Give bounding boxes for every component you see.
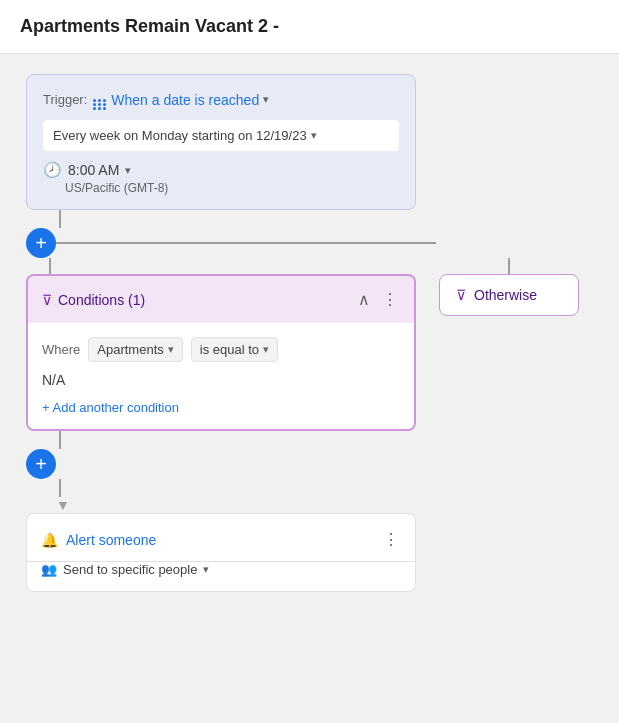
time-value: 8:00 AM <box>68 162 119 178</box>
conditions-actions: ∧ ⋮ <box>356 288 400 311</box>
conditions-title: ⊽ Conditions (1) <box>42 292 145 308</box>
alert-more-button[interactable]: ⋮ <box>381 528 401 551</box>
collapse-conditions-button[interactable]: ∧ <box>356 288 372 311</box>
right-branch: ⊽ Otherwise <box>439 258 579 316</box>
time-dropdown-arrow[interactable] <box>125 164 131 177</box>
recipient-label: Send to specific people <box>63 562 197 577</box>
connector-line-2 <box>49 258 51 274</box>
otherwise-label: Otherwise <box>474 287 537 303</box>
more-dots-icon: ⋮ <box>382 290 398 309</box>
alert-body: 👥 Send to specific people <box>27 562 415 591</box>
operator-chevron-icon[interactable] <box>263 343 269 356</box>
connector-line-3 <box>59 431 61 449</box>
left-branch: ⊽ Conditions (1) ∧ ⋮ Where <box>26 258 416 431</box>
conditions-card: ⊽ Conditions (1) ∧ ⋮ Where <box>26 274 416 431</box>
plus-button-row-2: + <box>26 449 603 479</box>
filter-icon: ⊽ <box>42 292 52 308</box>
field-label: Apartments <box>97 342 163 357</box>
conditions-body: Where Apartments is equal to N/A + Add a… <box>28 323 414 429</box>
trigger-timezone: US/Pacific (GMT-8) <box>65 181 399 195</box>
schedule-dropdown-arrow[interactable] <box>311 129 317 142</box>
connector-section-2 <box>59 431 603 449</box>
plus-icon: + <box>35 233 47 253</box>
alert-title: 🔔 Alert someone <box>41 532 156 548</box>
alert-dots-icon: ⋮ <box>383 530 399 549</box>
branch-line-horizontal <box>56 242 436 244</box>
add-action-button[interactable]: + <box>26 449 56 479</box>
otherwise-card: ⊽ Otherwise <box>439 274 579 316</box>
recipient-dropdown-arrow[interactable] <box>203 563 209 576</box>
schedule-text: Every week on Monday starting on 12/19/2… <box>53 128 307 143</box>
chevron-up-icon: ∧ <box>358 290 370 309</box>
field-dropdown[interactable]: Apartments <box>88 337 182 362</box>
conditions-header: ⊽ Conditions (1) ∧ ⋮ <box>28 276 414 323</box>
arrow-tip: ▼ <box>56 497 603 513</box>
connector-section-3 <box>59 479 603 497</box>
where-label: Where <box>42 342 80 357</box>
plus-icon-2: + <box>35 454 47 474</box>
condition-value: N/A <box>42 372 400 388</box>
field-chevron-icon[interactable] <box>168 343 174 356</box>
where-row: Where Apartments is equal to <box>42 337 400 362</box>
filter-icon-otherwise: ⊽ <box>456 287 466 303</box>
conditions-title-text: Conditions (1) <box>58 292 145 308</box>
operator-dropdown[interactable]: is equal to <box>191 337 278 362</box>
connector-line-right <box>508 258 510 274</box>
clock-icon: 🕗 <box>43 161 62 179</box>
grid-icon <box>93 89 107 110</box>
trigger-schedule[interactable]: Every week on Monday starting on 12/19/2… <box>43 120 399 151</box>
connector-line-1 <box>59 210 61 228</box>
alert-card: 🔔 Alert someone ⋮ 👥 Send to specific peo… <box>26 513 416 592</box>
trigger-card: Trigger: When a date is reached Every we… <box>26 74 416 210</box>
alert-header: 🔔 Alert someone ⋮ <box>27 514 415 561</box>
trigger-type-dropdown-arrow[interactable] <box>263 93 269 106</box>
trigger-time-row: 🕗 8:00 AM <box>43 161 399 179</box>
branch-section: ⊽ Conditions (1) ∧ ⋮ Where <box>26 258 603 431</box>
connector-line-4 <box>59 479 61 497</box>
trigger-type-label: When a date is reached <box>111 92 259 108</box>
bell-icon: 🔔 <box>41 532 58 548</box>
conditions-more-button[interactable]: ⋮ <box>380 288 400 311</box>
person-icon: 👥 <box>41 562 57 577</box>
trigger-label: Trigger: <box>43 92 87 107</box>
add-branch-button[interactable]: + <box>26 228 56 258</box>
title-text: Apartments Remain Vacant 2 - <box>20 16 279 36</box>
operator-label: is equal to <box>200 342 259 357</box>
page-title: Apartments Remain Vacant 2 - <box>0 0 619 54</box>
add-condition-button[interactable]: + Add another condition <box>42 400 179 415</box>
alert-title-text: Alert someone <box>66 532 156 548</box>
add-condition-label: + Add another condition <box>42 400 179 415</box>
plus-button-row-1: + <box>26 228 603 258</box>
trigger-type[interactable]: When a date is reached <box>93 89 269 110</box>
